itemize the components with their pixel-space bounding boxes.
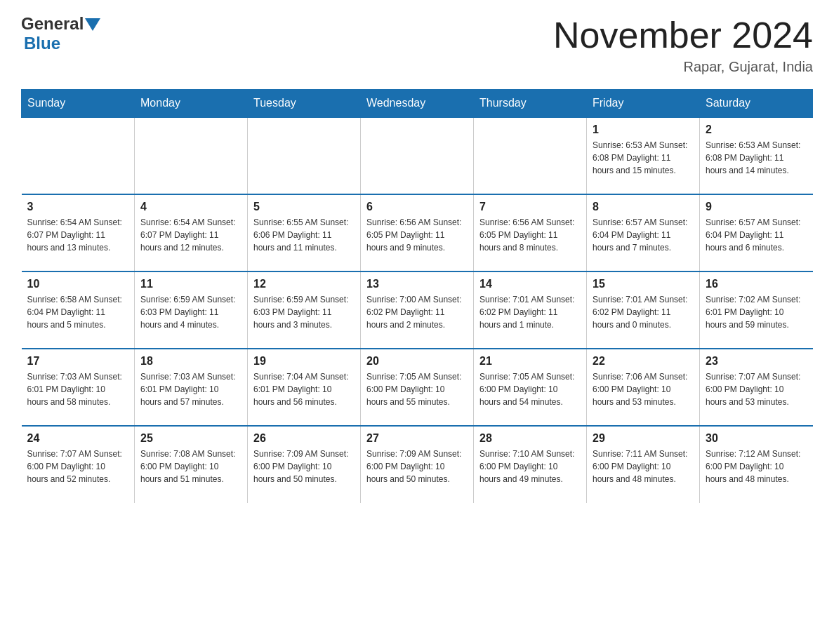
location: Rapar, Gujarat, India (553, 59, 813, 75)
weekday-header-wednesday: Wednesday (361, 90, 474, 118)
cell-info: Sunrise: 6:54 AM Sunset: 6:07 PM Dayligh… (27, 216, 129, 254)
cell-info: Sunrise: 6:55 AM Sunset: 6:06 PM Dayligh… (253, 216, 355, 254)
calendar-cell: 21Sunrise: 7:05 AM Sunset: 6:00 PM Dayli… (474, 349, 587, 426)
cell-info: Sunrise: 6:59 AM Sunset: 6:03 PM Dayligh… (140, 293, 241, 331)
calendar-cell: 10Sunrise: 6:58 AM Sunset: 6:04 PM Dayli… (22, 271, 135, 349)
calendar-cell (361, 117, 474, 194)
cell-info: Sunrise: 6:56 AM Sunset: 6:05 PM Dayligh… (366, 216, 468, 254)
logo: General Blue (21, 14, 100, 53)
cell-info: Sunrise: 7:01 AM Sunset: 6:02 PM Dayligh… (593, 293, 694, 331)
cell-info: Sunrise: 7:06 AM Sunset: 6:00 PM Dayligh… (593, 370, 694, 408)
day-number: 28 (479, 432, 581, 445)
cell-info: Sunrise: 7:02 AM Sunset: 6:01 PM Dayligh… (706, 293, 807, 331)
calendar-body: 1Sunrise: 6:53 AM Sunset: 6:08 PM Daylig… (22, 117, 813, 503)
calendar-cell: 22Sunrise: 7:06 AM Sunset: 6:00 PM Dayli… (587, 349, 700, 426)
svg-marker-0 (85, 18, 100, 31)
day-number: 18 (140, 355, 241, 368)
page-header: General Blue November 2024 Rapar, Gujara… (21, 14, 813, 75)
calendar-cell (474, 117, 587, 194)
calendar-header: SundayMondayTuesdayWednesdayThursdayFrid… (22, 90, 813, 118)
day-number: 29 (593, 432, 694, 445)
weekday-header-row: SundayMondayTuesdayWednesdayThursdayFrid… (22, 90, 813, 118)
day-number: 20 (366, 355, 468, 368)
day-number: 26 (253, 432, 355, 445)
day-number: 5 (253, 201, 355, 213)
logo-blue: Blue (24, 34, 60, 53)
calendar-week-row: 17Sunrise: 7:03 AM Sunset: 6:01 PM Dayli… (22, 349, 813, 426)
calendar-cell: 14Sunrise: 7:01 AM Sunset: 6:02 PM Dayli… (474, 271, 587, 349)
day-number: 1 (593, 123, 694, 136)
weekday-header-tuesday: Tuesday (248, 90, 361, 118)
calendar-cell (135, 117, 248, 194)
calendar-cell: 2Sunrise: 6:53 AM Sunset: 6:08 PM Daylig… (700, 117, 813, 194)
calendar-cell: 20Sunrise: 7:05 AM Sunset: 6:00 PM Dayli… (361, 349, 474, 426)
calendar-week-row: 3Sunrise: 6:54 AM Sunset: 6:07 PM Daylig… (22, 194, 813, 271)
day-number: 30 (706, 432, 807, 445)
day-number: 25 (140, 432, 241, 445)
day-number: 24 (27, 432, 129, 445)
day-number: 7 (479, 201, 581, 213)
day-number: 21 (479, 355, 581, 368)
calendar-week-row: 1Sunrise: 6:53 AM Sunset: 6:08 PM Daylig… (22, 117, 813, 194)
day-number: 2 (706, 123, 807, 136)
calendar-cell: 16Sunrise: 7:02 AM Sunset: 6:01 PM Dayli… (700, 271, 813, 349)
day-number: 4 (140, 201, 241, 213)
cell-info: Sunrise: 7:01 AM Sunset: 6:02 PM Dayligh… (479, 293, 581, 331)
day-number: 9 (706, 201, 807, 213)
calendar-cell: 12Sunrise: 6:59 AM Sunset: 6:03 PM Dayli… (248, 271, 361, 349)
cell-info: Sunrise: 7:07 AM Sunset: 6:00 PM Dayligh… (706, 370, 807, 408)
cell-info: Sunrise: 6:59 AM Sunset: 6:03 PM Dayligh… (253, 293, 355, 331)
calendar-cell: 17Sunrise: 7:03 AM Sunset: 6:01 PM Dayli… (22, 349, 135, 426)
cell-info: Sunrise: 7:10 AM Sunset: 6:00 PM Dayligh… (479, 448, 581, 485)
calendar-cell: 24Sunrise: 7:07 AM Sunset: 6:00 PM Dayli… (22, 426, 135, 503)
cell-info: Sunrise: 7:08 AM Sunset: 6:00 PM Dayligh… (140, 448, 241, 485)
calendar-cell: 1Sunrise: 6:53 AM Sunset: 6:08 PM Daylig… (587, 117, 700, 194)
day-number: 17 (27, 355, 129, 368)
day-number: 12 (253, 278, 355, 290)
calendar-cell: 6Sunrise: 6:56 AM Sunset: 6:05 PM Daylig… (361, 194, 474, 271)
weekday-header-sunday: Sunday (22, 90, 135, 118)
cell-info: Sunrise: 7:11 AM Sunset: 6:00 PM Dayligh… (593, 448, 694, 485)
logo-triangle-icon (85, 18, 100, 31)
day-number: 22 (593, 355, 694, 368)
calendar-cell: 8Sunrise: 6:57 AM Sunset: 6:04 PM Daylig… (587, 194, 700, 271)
day-number: 19 (253, 355, 355, 368)
day-number: 14 (479, 278, 581, 290)
cell-info: Sunrise: 6:53 AM Sunset: 6:08 PM Dayligh… (593, 139, 694, 177)
calendar-week-row: 10Sunrise: 6:58 AM Sunset: 6:04 PM Dayli… (22, 271, 813, 349)
day-number: 15 (593, 278, 694, 290)
calendar-cell: 19Sunrise: 7:04 AM Sunset: 6:01 PM Dayli… (248, 349, 361, 426)
calendar-cell: 4Sunrise: 6:54 AM Sunset: 6:07 PM Daylig… (135, 194, 248, 271)
cell-info: Sunrise: 6:53 AM Sunset: 6:08 PM Dayligh… (706, 139, 807, 177)
day-number: 10 (27, 278, 129, 290)
calendar-cell: 28Sunrise: 7:10 AM Sunset: 6:00 PM Dayli… (474, 426, 587, 503)
title-area: November 2024 Rapar, Gujarat, India (553, 14, 813, 75)
cell-info: Sunrise: 6:57 AM Sunset: 6:04 PM Dayligh… (593, 216, 694, 254)
calendar-cell: 27Sunrise: 7:09 AM Sunset: 6:00 PM Dayli… (361, 426, 474, 503)
cell-info: Sunrise: 7:12 AM Sunset: 6:00 PM Dayligh… (706, 448, 807, 485)
logo-general: General (21, 14, 84, 34)
calendar-cell: 23Sunrise: 7:07 AM Sunset: 6:00 PM Dayli… (700, 349, 813, 426)
calendar-table: SundayMondayTuesdayWednesdayThursdayFrid… (21, 89, 813, 503)
day-number: 23 (706, 355, 807, 368)
cell-info: Sunrise: 7:03 AM Sunset: 6:01 PM Dayligh… (140, 370, 241, 408)
day-number: 27 (366, 432, 468, 445)
calendar-cell: 9Sunrise: 6:57 AM Sunset: 6:04 PM Daylig… (700, 194, 813, 271)
day-number: 11 (140, 278, 241, 290)
calendar-cell: 15Sunrise: 7:01 AM Sunset: 6:02 PM Dayli… (587, 271, 700, 349)
calendar-cell (22, 117, 135, 194)
cell-info: Sunrise: 6:58 AM Sunset: 6:04 PM Dayligh… (27, 293, 129, 331)
calendar-cell: 25Sunrise: 7:08 AM Sunset: 6:00 PM Dayli… (135, 426, 248, 503)
calendar-cell: 30Sunrise: 7:12 AM Sunset: 6:00 PM Dayli… (700, 426, 813, 503)
cell-info: Sunrise: 7:07 AM Sunset: 6:00 PM Dayligh… (27, 448, 129, 485)
cell-info: Sunrise: 6:56 AM Sunset: 6:05 PM Dayligh… (479, 216, 581, 254)
calendar-cell: 13Sunrise: 7:00 AM Sunset: 6:02 PM Dayli… (361, 271, 474, 349)
month-title: November 2024 (553, 14, 813, 56)
cell-info: Sunrise: 6:57 AM Sunset: 6:04 PM Dayligh… (706, 216, 807, 254)
weekday-header-thursday: Thursday (474, 90, 587, 118)
cell-info: Sunrise: 7:09 AM Sunset: 6:00 PM Dayligh… (253, 448, 355, 485)
cell-info: Sunrise: 7:09 AM Sunset: 6:00 PM Dayligh… (366, 448, 468, 485)
calendar-cell: 5Sunrise: 6:55 AM Sunset: 6:06 PM Daylig… (248, 194, 361, 271)
calendar-week-row: 24Sunrise: 7:07 AM Sunset: 6:00 PM Dayli… (22, 426, 813, 503)
calendar-cell: 29Sunrise: 7:11 AM Sunset: 6:00 PM Dayli… (587, 426, 700, 503)
